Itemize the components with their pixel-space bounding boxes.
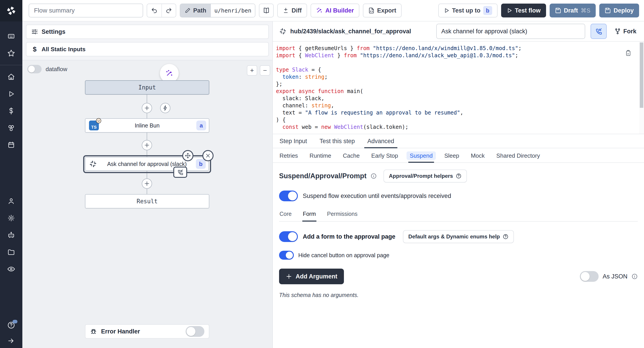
- windmill-logo[interactable]: [0, 0, 22, 22]
- error-handler-card[interactable]: Error Handler: [85, 324, 209, 338]
- step-name-input[interactable]: [436, 24, 585, 39]
- subtab-suspend[interactable]: Suspend: [409, 150, 433, 162]
- schedules-icon[interactable]: [0, 136, 22, 154]
- undo-button[interactable]: [147, 4, 162, 17]
- save-icon: [605, 8, 611, 14]
- subtab-early-stop[interactable]: Early Stop: [371, 150, 398, 162]
- flow-node-input[interactable]: Input: [85, 80, 209, 94]
- star-icon[interactable]: [0, 45, 22, 62]
- flow-summary-input[interactable]: [28, 4, 143, 18]
- all-static-inputs-button[interactable]: $ All Static Inputs: [26, 42, 269, 56]
- flow-node-result[interactable]: Result: [85, 194, 209, 208]
- flow-graph-canvas[interactable]: dataflow + − Input: [22, 60, 272, 348]
- deploy-button[interactable]: Deploy: [599, 4, 639, 18]
- code-editor[interactable]: import { getResumeUrls } from "https://d…: [273, 42, 644, 134]
- help-circle-icon: [456, 173, 462, 179]
- add-form-toggle[interactable]: [279, 231, 298, 242]
- copy-code-button[interactable]: [625, 50, 632, 56]
- flow-settings-button[interactable]: Settings: [26, 24, 269, 39]
- test-up-to-label: Test up to: [452, 7, 480, 14]
- tab-form[interactable]: Form: [302, 211, 316, 221]
- zoom-in-button[interactable]: +: [247, 65, 257, 76]
- suspend-step-indicator: [173, 166, 187, 178]
- add-step-button-1[interactable]: [142, 103, 152, 113]
- redo-button[interactable]: [162, 4, 176, 17]
- subtab-runtime[interactable]: Runtime: [309, 150, 332, 162]
- zoom-in-label: +: [250, 67, 254, 74]
- add-trigger-button[interactable]: [160, 103, 170, 113]
- subtab-cache[interactable]: Cache: [342, 150, 360, 162]
- delete-step-button[interactable]: [202, 150, 214, 161]
- dataflow-toggle[interactable]: [27, 65, 42, 73]
- approval-prompt-helpers-button[interactable]: Approval/Prompt helpers: [384, 170, 467, 182]
- test-up-to-button[interactable]: Test up to b: [438, 4, 498, 18]
- code-scrollbar-thumb[interactable]: [640, 42, 643, 108]
- docs-button[interactable]: [259, 4, 274, 18]
- subtab-retries[interactable]: Retries: [279, 150, 298, 162]
- runs-icon[interactable]: [0, 86, 22, 102]
- suspend-toggle[interactable]: [279, 190, 298, 201]
- export-file-icon: [368, 8, 374, 14]
- path-value[interactable]: u/henri/ben: [211, 4, 255, 17]
- as-json-toggle[interactable]: [580, 271, 598, 282]
- resources-icon[interactable]: [0, 120, 22, 136]
- code-scrollbar: [639, 42, 644, 134]
- left-sidebar: [0, 0, 22, 348]
- test-flow-button[interactable]: Test flow: [501, 4, 546, 18]
- add-step-button-3[interactable]: [142, 178, 152, 189]
- add-form-toggle-label: Add a form to the approval page: [303, 233, 395, 240]
- suspend-indicator-button[interactable]: [590, 24, 607, 39]
- audit-icon[interactable]: [0, 260, 22, 278]
- home-icon[interactable]: [0, 68, 22, 86]
- help-icon[interactable]: [0, 317, 22, 334]
- typescript-icon: TS: [89, 120, 99, 130]
- folders-icon[interactable]: [0, 244, 22, 260]
- add-argument-button[interactable]: Add Argument: [279, 268, 344, 284]
- ai-builder-button[interactable]: AI Builder: [310, 4, 359, 18]
- workspace-icon[interactable]: [0, 28, 22, 45]
- subtab-sleep[interactable]: Sleep: [444, 150, 460, 162]
- tab-core[interactable]: Core: [279, 211, 292, 221]
- expand-sidebar-icon[interactable]: [0, 334, 22, 348]
- hide-cancel-toggle[interactable]: [279, 251, 294, 260]
- step-tabs: Step Input Test this step Advanced: [273, 134, 644, 148]
- users-icon[interactable]: [0, 192, 22, 210]
- fork-icon: [614, 28, 621, 35]
- ai-flow-button[interactable]: [160, 64, 179, 83]
- flow-node-inline-bun[interactable]: TS Inline Bun a: [85, 118, 209, 132]
- error-handler-toggle[interactable]: [186, 326, 204, 337]
- workers-icon[interactable]: [0, 226, 22, 244]
- export-button[interactable]: Export: [363, 4, 402, 18]
- diff-button[interactable]: Diff: [277, 4, 307, 18]
- subtab-shared-directory[interactable]: Shared Directory: [496, 150, 540, 162]
- fork-button[interactable]: Fork: [612, 28, 639, 35]
- approval-prompt-helpers-label: Approval/Prompt helpers: [389, 173, 453, 179]
- tab-test-this-step[interactable]: Test this step: [319, 134, 355, 148]
- suspend-heading: Suspend/Approval/Prompt: [279, 172, 366, 180]
- tab-advanced[interactable]: Advanced: [367, 134, 395, 148]
- step-header: hub/2439/slack/ask_channel_for_approval: [273, 22, 644, 42]
- flow-node-approval-label: Ask channel for approval (slack): [107, 161, 187, 167]
- flow-node-approval-selected[interactable]: Ask channel for approval (slack) b: [83, 155, 211, 173]
- sidebar-divider: [0, 65, 22, 65]
- settings-icon[interactable]: [0, 210, 22, 226]
- code-lines[interactable]: import { getResumeUrls } from "https://d…: [273, 42, 644, 130]
- variables-icon[interactable]: [0, 102, 22, 120]
- bug-icon: [90, 328, 97, 335]
- zoom-out-button[interactable]: −: [260, 65, 270, 76]
- tab-step-input[interactable]: Step Input: [279, 134, 308, 148]
- subtab-mock[interactable]: Mock: [470, 150, 485, 162]
- path-control[interactable]: Path u/henri/ben: [180, 4, 255, 18]
- step-id-badge-b: b: [196, 159, 206, 169]
- phone-incoming-icon: [595, 28, 602, 35]
- add-step-button-2[interactable]: [142, 140, 152, 150]
- draft-button[interactable]: Draft ⌘S: [550, 4, 596, 18]
- lightning-icon: [162, 105, 168, 111]
- wand-icon: [165, 69, 173, 78]
- diff-label: Diff: [292, 7, 302, 14]
- tab-permissions[interactable]: Permissions: [327, 211, 358, 221]
- close-icon: [205, 153, 211, 158]
- move-step-button[interactable]: [182, 150, 194, 161]
- default-args-help-button[interactable]: Default args & Dynamic enums help: [403, 230, 514, 243]
- flow-node-input-label: Input: [138, 84, 156, 91]
